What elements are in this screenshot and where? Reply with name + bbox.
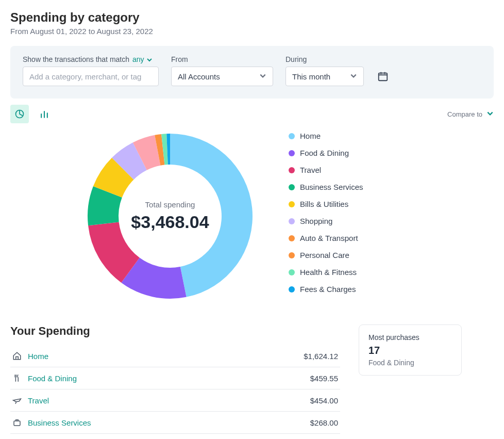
spending-category-name: Home <box>28 352 48 361</box>
chart-toolbar: Compare to <box>10 105 494 123</box>
legend-item[interactable]: Home <box>289 132 363 140</box>
legend-dot <box>289 167 295 173</box>
page-title: Spending by category <box>10 10 494 25</box>
during-filter-group: During This month <box>285 55 364 86</box>
match-label-text: Show the transactions that match <box>23 55 129 63</box>
from-value: All Accounts <box>178 72 220 81</box>
category-icon <box>12 418 22 427</box>
match-any-label: any <box>132 55 144 63</box>
legend-dot <box>289 184 295 190</box>
legend-dot <box>289 252 295 258</box>
svg-rect-2 <box>14 421 20 426</box>
during-label: During <box>285 55 364 63</box>
from-filter-group: From All Accounts <box>171 55 273 86</box>
legend-label: Personal Care <box>300 251 349 259</box>
category-icon <box>12 396 22 405</box>
legend-label: Food & Dining <box>300 149 349 157</box>
legend-label: Shopping <box>300 217 332 225</box>
legend-dot <box>289 269 295 275</box>
legend: HomeFood & DiningTravelBusiness Services… <box>289 132 363 294</box>
legend-label: Health & Fitness <box>300 268 357 277</box>
legend-item[interactable]: Fees & Charges <box>289 285 363 294</box>
legend-label: Bills & Utilities <box>300 200 348 208</box>
most-purchases-card: Most purchases 17 Food & Dining <box>359 324 462 376</box>
bar-view-button[interactable] <box>35 105 54 123</box>
spending-title: Your Spending <box>10 324 340 338</box>
spending-row[interactable]: Travel$454.00 <box>10 389 340 412</box>
legend-dot <box>289 150 295 156</box>
from-select[interactable]: All Accounts <box>171 67 273 86</box>
chevron-down-icon <box>146 56 153 62</box>
spending-amount: $454.00 <box>310 396 338 405</box>
donut-center-value: $3,468.04 <box>131 212 209 232</box>
legend-item[interactable]: Travel <box>289 166 363 174</box>
spending-row[interactable]: Business Services$268.00 <box>10 412 340 434</box>
legend-item[interactable]: Business Services <box>289 183 363 191</box>
legend-dot <box>289 218 295 224</box>
spending-table: Home$1,624.12Food & Dining$459.55Travel$… <box>10 345 340 434</box>
match-any-toggle[interactable]: any <box>132 55 153 63</box>
during-select[interactable]: This month <box>285 67 364 86</box>
legend-item[interactable]: Shopping <box>289 217 363 225</box>
spending-category-name: Business Services <box>28 418 91 427</box>
most-purchases-count: 17 <box>368 345 452 356</box>
legend-label: Home <box>300 132 321 140</box>
legend-label: Auto & Transport <box>300 234 358 242</box>
spending-section: Your Spending Home$1,624.12Food & Dining… <box>10 324 494 434</box>
compare-to-select[interactable]: Compare to <box>447 110 494 119</box>
tag-input[interactable] <box>23 67 159 86</box>
donut-center: Total spending $3,468.04 <box>131 200 209 232</box>
legend-item[interactable]: Auto & Transport <box>289 234 363 242</box>
most-purchases-title: Most purchases <box>368 333 452 342</box>
legend-dot <box>289 133 295 139</box>
legend-item[interactable]: Health & Fitness <box>289 268 363 277</box>
legend-item[interactable]: Personal Care <box>289 251 363 259</box>
chevron-down-icon <box>350 72 357 81</box>
chart-row: Total spending $3,468.04 HomeFood & Dini… <box>10 128 494 304</box>
legend-item[interactable]: Bills & Utilities <box>289 200 363 208</box>
compare-label: Compare to <box>447 110 482 118</box>
legend-dot <box>289 286 295 292</box>
category-icon <box>12 351 22 361</box>
from-label: From <box>171 55 273 63</box>
chevron-down-icon <box>259 72 266 81</box>
donut-chart[interactable]: Total spending $3,468.04 <box>82 128 258 304</box>
calendar-button[interactable] <box>376 70 390 83</box>
legend-dot <box>289 201 295 207</box>
svg-rect-0 <box>379 73 388 81</box>
match-filter-group: Show the transactions that match any <box>23 55 159 86</box>
spending-amount: $1,624.12 <box>304 352 338 361</box>
pie-view-button[interactable] <box>10 105 29 123</box>
legend-label: Travel <box>300 166 321 174</box>
spending-amount: $459.55 <box>310 374 338 383</box>
spending-amount: $268.00 <box>310 418 338 427</box>
legend-item[interactable]: Food & Dining <box>289 149 363 157</box>
date-range: From August 01, 2022 to August 23, 2022 <box>10 27 494 36</box>
legend-label: Business Services <box>300 183 363 191</box>
spending-category-name: Food & Dining <box>28 374 77 383</box>
filter-bar: Show the transactions that match any Fro… <box>10 46 494 99</box>
legend-dot <box>289 235 295 241</box>
donut-center-label: Total spending <box>131 200 209 209</box>
spending-row[interactable]: Home$1,624.12 <box>10 345 340 367</box>
spending-row[interactable]: Food & Dining$459.55 <box>10 367 340 389</box>
during-value: This month <box>292 72 330 81</box>
category-icon <box>12 373 22 383</box>
view-toggle <box>10 105 54 123</box>
spending-category-name: Travel <box>28 396 49 405</box>
match-label: Show the transactions that match any <box>23 55 159 63</box>
chevron-down-icon <box>486 110 494 119</box>
most-purchases-category: Food & Dining <box>368 359 452 367</box>
legend-label: Fees & Charges <box>300 285 356 294</box>
